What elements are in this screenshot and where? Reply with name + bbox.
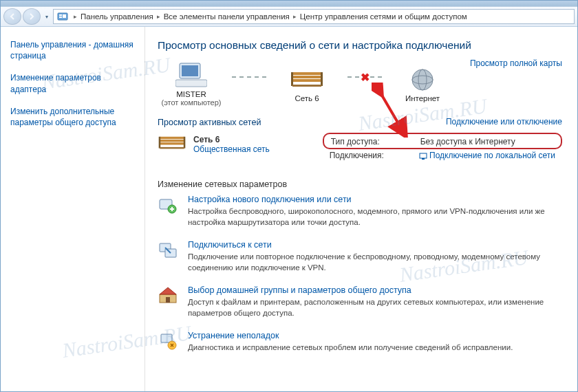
change-params-heading: Изменение сетевых параметров: [158, 179, 562, 189]
svg-rect-7: [292, 72, 321, 75]
network-map: Просмотр полной карты MISTER (этот компь…: [158, 61, 562, 107]
breadcrumb-seg-3[interactable]: Центр управления сетями и общим доступом: [299, 12, 469, 21]
task-connect-link[interactable]: Подключиться к сети: [188, 240, 562, 250]
task-homegroup: Выбор домашней группы и параметров общег…: [158, 285, 562, 318]
bench-icon: [273, 65, 341, 94]
address-bar: ▾ ▸ Панель управления ▸ Все элементы пан…: [1, 6, 577, 27]
task-desc: Настройка беспроводного, широкополосного…: [188, 206, 562, 228]
svg-rect-1: [59, 14, 62, 16]
connections-label: Подключения:: [330, 151, 405, 160]
view-full-map-link[interactable]: Просмотр полной карты: [470, 58, 562, 68]
svg-rect-22: [420, 153, 427, 158]
svg-rect-5: [182, 65, 198, 76]
troubleshoot-icon: [158, 331, 178, 351]
connection-line-broken: ✖: [347, 76, 382, 78]
content-area: Просмотр основных сведений о сети и наст…: [145, 27, 577, 391]
svg-rect-18: [160, 142, 184, 144]
task-connect: Подключиться к сети Подключение или повт…: [158, 240, 562, 273]
node-this-pc: MISTER (этот компьютер): [158, 61, 225, 107]
svg-rect-12: [292, 85, 321, 87]
active-networks-heading: Просмотр активных сетей: [158, 118, 261, 127]
node-pc-sublabel: (этот компьютер): [158, 98, 225, 107]
connections-value-link[interactable]: Подключение по локальной сети: [419, 151, 555, 160]
svg-rect-21: [160, 147, 184, 149]
chevron-right-icon: ▸: [72, 13, 79, 20]
svg-rect-10: [291, 72, 293, 86]
svg-rect-6: [175, 80, 207, 87]
svg-rect-30: [166, 297, 170, 303]
page-heading: Просмотр основных сведений о сети и наст…: [158, 39, 562, 52]
chevron-right-icon: ▸: [155, 13, 162, 20]
node-internet-label: Интернет: [389, 94, 456, 102]
x-mark-icon: ✖: [361, 71, 370, 84]
sidebar-item-home[interactable]: Панель управления - домашняя страница: [10, 39, 135, 61]
nav-history-dropdown[interactable]: ▾: [42, 8, 52, 25]
computer-icon: [158, 61, 225, 90]
breadcrumb-seg-1[interactable]: Панель управления: [79, 12, 155, 21]
access-type-value: Без доступа к Интернету: [420, 137, 554, 146]
lan-icon: [419, 152, 427, 160]
active-net-name: Сеть 6: [193, 135, 270, 144]
svg-rect-8: [292, 76, 321, 78]
svg-rect-20: [184, 137, 186, 149]
task-troubleshoot: Устранение неполадок Диагностика и испра…: [158, 331, 562, 353]
active-net-type-link[interactable]: Общественная сеть: [193, 144, 270, 154]
connection-line: [232, 76, 266, 78]
task-homegroup-link[interactable]: Выбор домашней группы и параметров общег…: [188, 285, 562, 295]
chevron-right-icon: ▸: [291, 13, 299, 20]
node-network: Сеть 6: [273, 65, 341, 102]
homegroup-icon: [158, 285, 178, 306]
new-connection-icon: [158, 195, 178, 215]
node-pc-label: MISTER: [158, 90, 225, 98]
task-desc: Доступ к файлам и принтерам, расположенн…: [188, 297, 562, 318]
task-new-connection-link[interactable]: Настройка нового подключения или сети: [188, 195, 562, 204]
svg-rect-23: [422, 158, 425, 160]
svg-rect-3: [63, 14, 66, 18]
connect-network-icon: [158, 240, 178, 261]
active-network-row: Сеть 6 Общественная сеть Тип доступа: Бе…: [158, 133, 562, 162]
sidebar-item-sharing-settings[interactable]: Изменить дополнительные параметры общего…: [10, 106, 135, 128]
breadcrumb[interactable]: ▸ Панель управления ▸ Все элементы панел…: [53, 9, 575, 24]
task-desc: Подключение или повторное подключение к …: [188, 252, 562, 273]
task-new-connection: Настройка нового подключения или сети На…: [158, 195, 562, 228]
globe-icon: [389, 65, 456, 94]
svg-rect-16: [160, 137, 184, 139]
svg-rect-19: [159, 137, 161, 149]
svg-rect-17: [160, 140, 184, 142]
svg-point-13: [412, 69, 433, 90]
node-network-label: Сеть 6: [273, 94, 341, 102]
svg-rect-11: [321, 72, 323, 86]
connect-disconnect-link[interactable]: Подключение или отключение: [446, 117, 562, 127]
task-troubleshoot-link[interactable]: Устранение неполадок: [188, 331, 562, 340]
svg-rect-9: [292, 79, 321, 82]
task-desc: Диагностика и исправление сетевых пробле…: [188, 342, 562, 353]
nav-forward-button[interactable]: [23, 8, 41, 25]
sidebar: Панель управления - домашняя страница Из…: [1, 27, 145, 391]
svg-rect-2: [59, 17, 62, 18]
nav-back-button[interactable]: [3, 8, 21, 25]
breadcrumb-seg-2[interactable]: Все элементы панели управления: [162, 12, 291, 21]
control-panel-icon: [56, 10, 69, 23]
bench-icon: [158, 133, 186, 155]
node-internet: Интернет: [389, 65, 456, 102]
sidebar-item-adapter-settings[interactable]: Изменение параметров адаптера: [10, 72, 135, 94]
network-tasks: Изменение сетевых параметров Настройка н…: [158, 179, 562, 353]
access-type-label: Тип доступа:: [331, 137, 407, 146]
svg-marker-29: [160, 287, 176, 294]
window-titlebar: [1, 1, 577, 6]
access-detail-highlight: Тип доступа: Без доступа к Интернету: [323, 133, 562, 149]
